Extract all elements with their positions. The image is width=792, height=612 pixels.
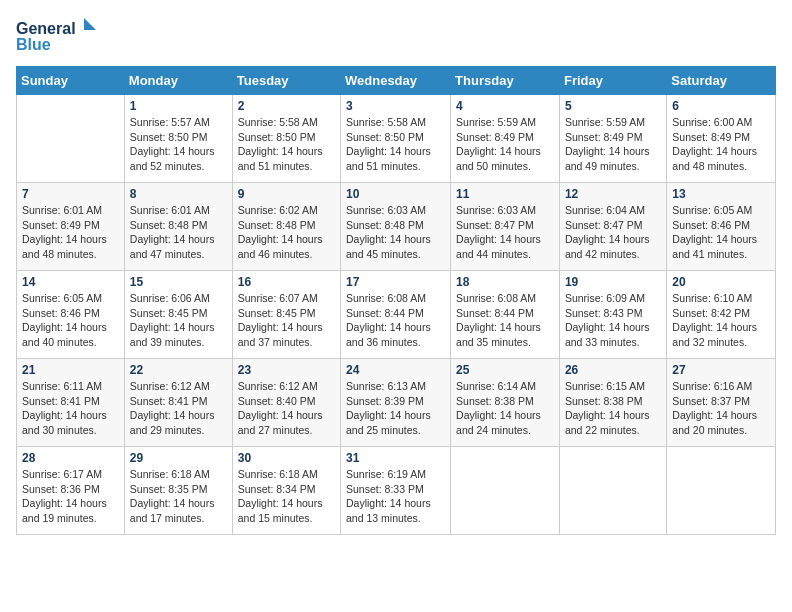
day-number: 19	[565, 275, 661, 289]
day-info: Sunrise: 6:07 AM Sunset: 8:45 PM Dayligh…	[238, 291, 335, 350]
day-number: 27	[672, 363, 770, 377]
day-cell: 30Sunrise: 6:18 AM Sunset: 8:34 PM Dayli…	[232, 447, 340, 535]
day-info: Sunrise: 5:57 AM Sunset: 8:50 PM Dayligh…	[130, 115, 227, 174]
column-header-monday: Monday	[124, 67, 232, 95]
column-header-friday: Friday	[559, 67, 666, 95]
day-number: 10	[346, 187, 445, 201]
week-row-2: 7Sunrise: 6:01 AM Sunset: 8:49 PM Daylig…	[17, 183, 776, 271]
day-cell	[559, 447, 666, 535]
day-cell: 13Sunrise: 6:05 AM Sunset: 8:46 PM Dayli…	[667, 183, 776, 271]
column-header-wednesday: Wednesday	[341, 67, 451, 95]
column-header-sunday: Sunday	[17, 67, 125, 95]
day-number: 7	[22, 187, 119, 201]
day-number: 21	[22, 363, 119, 377]
day-number: 23	[238, 363, 335, 377]
day-info: Sunrise: 6:03 AM Sunset: 8:47 PM Dayligh…	[456, 203, 554, 262]
day-cell: 12Sunrise: 6:04 AM Sunset: 8:47 PM Dayli…	[559, 183, 666, 271]
day-info: Sunrise: 5:58 AM Sunset: 8:50 PM Dayligh…	[238, 115, 335, 174]
day-cell: 15Sunrise: 6:06 AM Sunset: 8:45 PM Dayli…	[124, 271, 232, 359]
day-info: Sunrise: 5:58 AM Sunset: 8:50 PM Dayligh…	[346, 115, 445, 174]
day-number: 5	[565, 99, 661, 113]
day-info: Sunrise: 6:08 AM Sunset: 8:44 PM Dayligh…	[346, 291, 445, 350]
column-header-thursday: Thursday	[451, 67, 560, 95]
svg-text:General: General	[16, 20, 76, 37]
column-header-tuesday: Tuesday	[232, 67, 340, 95]
day-cell: 14Sunrise: 6:05 AM Sunset: 8:46 PM Dayli…	[17, 271, 125, 359]
day-cell: 28Sunrise: 6:17 AM Sunset: 8:36 PM Dayli…	[17, 447, 125, 535]
day-number: 22	[130, 363, 227, 377]
day-number: 15	[130, 275, 227, 289]
day-cell: 7Sunrise: 6:01 AM Sunset: 8:49 PM Daylig…	[17, 183, 125, 271]
day-cell: 8Sunrise: 6:01 AM Sunset: 8:48 PM Daylig…	[124, 183, 232, 271]
day-cell: 2Sunrise: 5:58 AM Sunset: 8:50 PM Daylig…	[232, 95, 340, 183]
day-cell	[17, 95, 125, 183]
calendar-header-row: SundayMondayTuesdayWednesdayThursdayFrid…	[17, 67, 776, 95]
day-info: Sunrise: 6:19 AM Sunset: 8:33 PM Dayligh…	[346, 467, 445, 526]
day-number: 26	[565, 363, 661, 377]
day-info: Sunrise: 6:02 AM Sunset: 8:48 PM Dayligh…	[238, 203, 335, 262]
day-number: 20	[672, 275, 770, 289]
day-number: 4	[456, 99, 554, 113]
day-info: Sunrise: 6:09 AM Sunset: 8:43 PM Dayligh…	[565, 291, 661, 350]
day-info: Sunrise: 6:17 AM Sunset: 8:36 PM Dayligh…	[22, 467, 119, 526]
week-row-1: 1Sunrise: 5:57 AM Sunset: 8:50 PM Daylig…	[17, 95, 776, 183]
day-number: 9	[238, 187, 335, 201]
day-number: 14	[22, 275, 119, 289]
day-cell: 1Sunrise: 5:57 AM Sunset: 8:50 PM Daylig…	[124, 95, 232, 183]
day-info: Sunrise: 6:15 AM Sunset: 8:38 PM Dayligh…	[565, 379, 661, 438]
day-number: 1	[130, 99, 227, 113]
day-cell: 22Sunrise: 6:12 AM Sunset: 8:41 PM Dayli…	[124, 359, 232, 447]
day-cell: 10Sunrise: 6:03 AM Sunset: 8:48 PM Dayli…	[341, 183, 451, 271]
day-info: Sunrise: 6:05 AM Sunset: 8:46 PM Dayligh…	[672, 203, 770, 262]
day-number: 6	[672, 99, 770, 113]
day-number: 8	[130, 187, 227, 201]
day-info: Sunrise: 6:00 AM Sunset: 8:49 PM Dayligh…	[672, 115, 770, 174]
logo-svg: General Blue	[16, 16, 96, 58]
week-row-5: 28Sunrise: 6:17 AM Sunset: 8:36 PM Dayli…	[17, 447, 776, 535]
day-number: 16	[238, 275, 335, 289]
day-cell: 5Sunrise: 5:59 AM Sunset: 8:49 PM Daylig…	[559, 95, 666, 183]
day-info: Sunrise: 6:18 AM Sunset: 8:35 PM Dayligh…	[130, 467, 227, 526]
day-cell: 9Sunrise: 6:02 AM Sunset: 8:48 PM Daylig…	[232, 183, 340, 271]
page-header: General Blue	[16, 16, 776, 58]
day-cell	[451, 447, 560, 535]
day-info: Sunrise: 6:03 AM Sunset: 8:48 PM Dayligh…	[346, 203, 445, 262]
day-number: 30	[238, 451, 335, 465]
day-info: Sunrise: 6:12 AM Sunset: 8:41 PM Dayligh…	[130, 379, 227, 438]
day-number: 12	[565, 187, 661, 201]
day-info: Sunrise: 6:10 AM Sunset: 8:42 PM Dayligh…	[672, 291, 770, 350]
day-cell: 24Sunrise: 6:13 AM Sunset: 8:39 PM Dayli…	[341, 359, 451, 447]
day-number: 28	[22, 451, 119, 465]
day-info: Sunrise: 6:05 AM Sunset: 8:46 PM Dayligh…	[22, 291, 119, 350]
day-number: 31	[346, 451, 445, 465]
day-number: 13	[672, 187, 770, 201]
day-info: Sunrise: 6:04 AM Sunset: 8:47 PM Dayligh…	[565, 203, 661, 262]
day-number: 2	[238, 99, 335, 113]
day-info: Sunrise: 6:01 AM Sunset: 8:49 PM Dayligh…	[22, 203, 119, 262]
day-cell: 23Sunrise: 6:12 AM Sunset: 8:40 PM Dayli…	[232, 359, 340, 447]
day-number: 3	[346, 99, 445, 113]
day-number: 17	[346, 275, 445, 289]
day-cell: 18Sunrise: 6:08 AM Sunset: 8:44 PM Dayli…	[451, 271, 560, 359]
day-info: Sunrise: 6:11 AM Sunset: 8:41 PM Dayligh…	[22, 379, 119, 438]
day-cell: 19Sunrise: 6:09 AM Sunset: 8:43 PM Dayli…	[559, 271, 666, 359]
day-info: Sunrise: 6:18 AM Sunset: 8:34 PM Dayligh…	[238, 467, 335, 526]
svg-text:Blue: Blue	[16, 36, 51, 53]
day-info: Sunrise: 6:14 AM Sunset: 8:38 PM Dayligh…	[456, 379, 554, 438]
day-cell: 4Sunrise: 5:59 AM Sunset: 8:49 PM Daylig…	[451, 95, 560, 183]
day-info: Sunrise: 6:12 AM Sunset: 8:40 PM Dayligh…	[238, 379, 335, 438]
logo: General Blue	[16, 16, 96, 58]
day-cell: 20Sunrise: 6:10 AM Sunset: 8:42 PM Dayli…	[667, 271, 776, 359]
day-info: Sunrise: 6:06 AM Sunset: 8:45 PM Dayligh…	[130, 291, 227, 350]
day-info: Sunrise: 6:08 AM Sunset: 8:44 PM Dayligh…	[456, 291, 554, 350]
day-cell: 3Sunrise: 5:58 AM Sunset: 8:50 PM Daylig…	[341, 95, 451, 183]
day-number: 24	[346, 363, 445, 377]
day-info: Sunrise: 5:59 AM Sunset: 8:49 PM Dayligh…	[565, 115, 661, 174]
day-number: 29	[130, 451, 227, 465]
day-info: Sunrise: 6:16 AM Sunset: 8:37 PM Dayligh…	[672, 379, 770, 438]
day-cell: 6Sunrise: 6:00 AM Sunset: 8:49 PM Daylig…	[667, 95, 776, 183]
svg-marker-2	[84, 18, 96, 30]
day-cell: 25Sunrise: 6:14 AM Sunset: 8:38 PM Dayli…	[451, 359, 560, 447]
calendar-table: SundayMondayTuesdayWednesdayThursdayFrid…	[16, 66, 776, 535]
day-cell: 21Sunrise: 6:11 AM Sunset: 8:41 PM Dayli…	[17, 359, 125, 447]
